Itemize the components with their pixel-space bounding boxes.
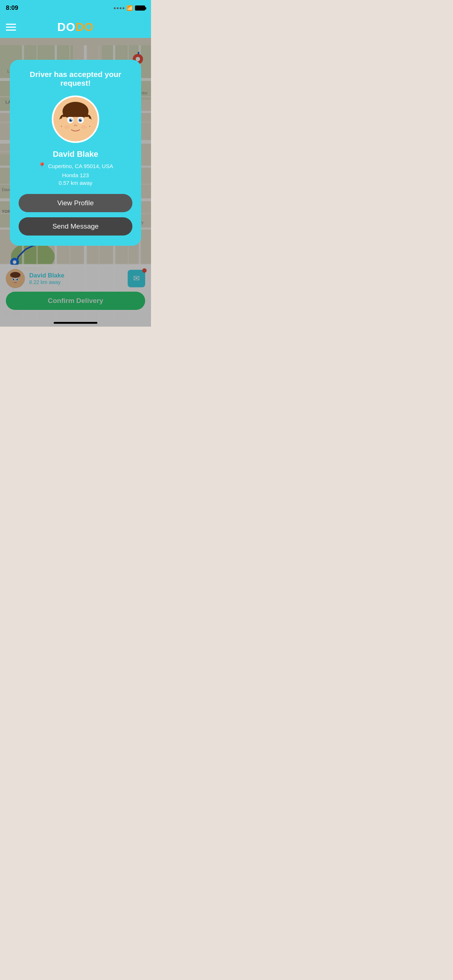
svg-point-77 — [74, 125, 75, 127]
svg-point-81 — [64, 126, 70, 129]
logo-do2-text: DO — [75, 21, 94, 33]
svg-point-82 — [81, 126, 87, 129]
modal-driver-avatar — [52, 95, 99, 143]
app-logo: DODO — [57, 21, 94, 34]
location-pin-icon: 📍 — [38, 162, 46, 170]
battery-icon — [135, 5, 145, 11]
driver-accepted-modal: Driver has accepted your request! — [10, 60, 141, 246]
hamburger-menu-button[interactable] — [6, 24, 16, 30]
signal-dots-icon — [114, 7, 124, 9]
home-indicator — [54, 322, 97, 324]
svg-point-74 — [71, 119, 72, 120]
status-bar: 8:09 📶 — [0, 0, 151, 16]
modal-location-row: 📍 Cupertino, CA 95014, USA — [38, 162, 113, 170]
svg-point-79 — [59, 118, 64, 126]
logo-do-text: DO — [57, 21, 75, 33]
view-profile-button[interactable]: View Profile — [19, 194, 132, 212]
modal-title: Driver has accepted your request! — [19, 70, 132, 88]
modal-overlay: Driver has accepted your request! — [0, 38, 151, 327]
modal-distance: 0.57 km away — [59, 180, 93, 186]
svg-point-80 — [87, 118, 92, 126]
status-time: 8:09 — [6, 5, 18, 12]
svg-point-75 — [81, 119, 82, 120]
wifi-icon: 📶 — [126, 5, 133, 11]
modal-vehicle: Honda 123 — [62, 172, 89, 178]
send-message-button[interactable]: Send Message — [19, 217, 132, 235]
modal-location-text: Cupertino, CA 95014, USA — [48, 163, 113, 169]
svg-point-78 — [75, 125, 77, 127]
modal-driver-name: David Blake — [53, 150, 99, 159]
status-icons: 📶 — [114, 5, 145, 11]
app-header: DODO — [0, 16, 151, 38]
